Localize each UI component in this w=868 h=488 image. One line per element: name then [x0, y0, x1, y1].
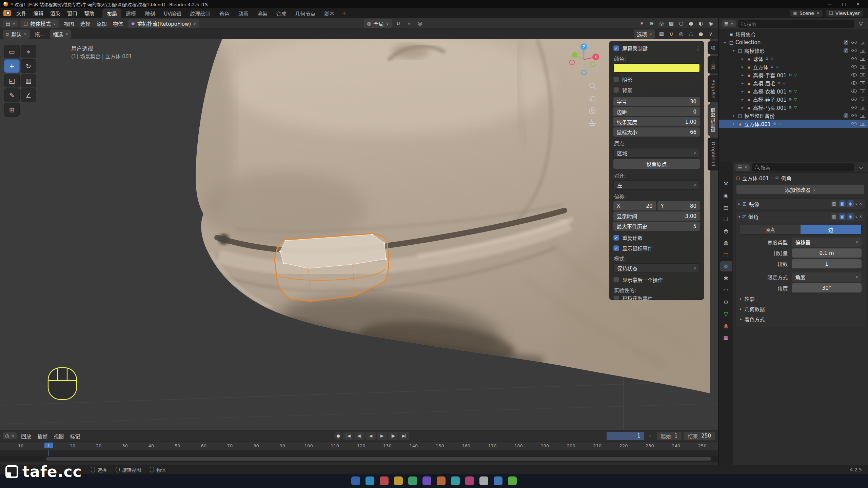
expand-icon[interactable]: ▸ — [740, 317, 742, 321]
shading-material-icon[interactable]: ◐ — [696, 19, 705, 27]
scrollbar-thumb[interactable] — [46, 457, 711, 461]
show-mouse-row[interactable]: 显示鼠标事件 — [613, 245, 700, 252]
outliner-row-1[interactable]: ▾□Collection — [719, 38, 868, 46]
disable-render-icon[interactable] — [860, 89, 865, 93]
taskbar-app-icon-7[interactable] — [451, 476, 460, 485]
properties-tab-material[interactable]: ◉ — [720, 321, 732, 331]
editor-type-selector[interactable]: ▤∨ — [3, 20, 18, 27]
close-button[interactable]: ✕ — [852, 1, 865, 7]
mirror-modifier-header[interactable]: ▸ ◫ 镜像 ▦▣◉∨✕ — [736, 199, 865, 209]
outliner-row-11[interactable]: ▸▲立方体.001⚙▽ — [719, 120, 868, 128]
disable-render-icon[interactable] — [860, 98, 865, 101]
auto-keying-button[interactable]: ● — [334, 432, 342, 440]
options-dropdown[interactable]: 选项∨ — [634, 29, 655, 39]
proportional-editing-icon[interactable]: ◎ — [416, 19, 425, 27]
bevel-subpanel-2[interactable]: ▸着色方式 — [739, 314, 862, 324]
viewport-menu-1[interactable]: 选择 — [77, 19, 94, 28]
hide-viewport-icon[interactable] — [851, 98, 857, 101]
jump-to-start-button[interactable]: |◀ — [343, 432, 353, 440]
scene-unlink-icon[interactable]: ✕ — [816, 11, 820, 15]
show-gizmo-icon[interactable]: ⊕ — [647, 19, 656, 27]
sidebar-tab-4[interactable]: Dropblend — [708, 138, 718, 170]
show-overlays-icon[interactable]: ◎ — [657, 19, 666, 27]
realtime-display-icon[interactable]: ▣ — [839, 213, 846, 220]
disable-render-icon[interactable] — [860, 122, 865, 126]
snap-settings-dropdown-icon[interactable]: ∨ — [405, 19, 414, 27]
transform-orientation-dropdown[interactable]: ◍全局∨ — [364, 19, 392, 28]
main-menu-2[interactable]: 渲染 — [47, 8, 64, 18]
workspace-tab-1[interactable]: 建模 — [121, 8, 140, 18]
timeline-menu-1[interactable]: 插帧 — [34, 431, 51, 441]
bevel-subpanel-1[interactable]: ▸几何数据 — [739, 304, 862, 313]
realtime-display-icon[interactable]: ▣ — [839, 200, 846, 207]
disclosure-icon[interactable]: ▸ — [739, 89, 746, 94]
disable-render-icon[interactable] — [860, 41, 865, 44]
measure-tool[interactable]: ∠ — [21, 88, 36, 102]
workspace-tab-4[interactable]: 纹理绘制 — [185, 8, 215, 18]
aggressive-row[interactable]: 积极获取事件 — [613, 295, 700, 300]
panel-drag-handle-icon[interactable]: ⣿ — [696, 46, 700, 51]
font-size-field[interactable]: 字号30 — [613, 97, 700, 106]
properties-tab-texture[interactable]: ▦ — [720, 332, 732, 343]
properties-editor-type[interactable]: ☰∨ — [735, 164, 750, 171]
disclosure-icon[interactable]: ▸ — [739, 81, 746, 85]
background-checkbox[interactable] — [613, 87, 619, 93]
rotate-tool[interactable]: ↻ — [21, 59, 36, 73]
outliner-row-2[interactable]: ▾□高模修形 — [719, 46, 868, 55]
color-swatch[interactable] — [613, 63, 700, 73]
sidebar-tab-1[interactable]: 工具 — [708, 56, 718, 74]
workspace-tab-5[interactable]: 着色 — [215, 8, 234, 18]
playhead[interactable] — [48, 450, 49, 456]
overlay-grid-icon[interactable]: ▦ — [657, 30, 666, 38]
disclosure-icon[interactable]: ▾ — [731, 48, 737, 53]
keying-icon[interactable]: ◦ — [646, 432, 655, 440]
minimize-button[interactable]: — — [823, 1, 836, 7]
move-tool[interactable]: + — [4, 59, 20, 73]
disable-render-icon[interactable] — [860, 49, 865, 53]
expand-icon[interactable]: ▸ — [740, 297, 742, 301]
viewport-menu-2[interactable]: 添加 — [94, 19, 110, 28]
properties-tab-object[interactable]: ▢ — [720, 249, 732, 260]
outliner-row-9[interactable]: ▸▲高模-马头.001⚙▽ — [719, 103, 868, 111]
show-object-types-icon[interactable]: ▾ — [637, 19, 646, 27]
proportional-edit-icon[interactable]: ◎ — [677, 30, 686, 38]
properties-tab-constraints[interactable]: ⊙ — [720, 297, 732, 307]
screencast-enable-checkbox[interactable] — [613, 45, 619, 51]
expand-icon[interactable]: ▸ — [738, 202, 741, 206]
taskbar-app-icon-6[interactable] — [437, 476, 446, 485]
hide-viewport-icon[interactable] — [851, 49, 857, 52]
origin-dropdown[interactable]: 区域∨ — [613, 148, 700, 158]
snap-magnet-icon[interactable]: ∪ — [394, 19, 403, 27]
show-mouse-checkbox[interactable] — [613, 245, 619, 251]
bevel-subpanel-0[interactable]: ▸轮廓 — [739, 294, 862, 303]
outliner-row-5[interactable]: ▸▲高模-手套.001⚙▽ — [719, 71, 868, 79]
breadcrumb-modifier[interactable]: 倒角 — [781, 175, 791, 182]
zoom-icon[interactable] — [587, 81, 598, 92]
taskbar-app-icon-8[interactable] — [465, 476, 474, 485]
taskbar-app-icon-4[interactable] — [408, 476, 417, 485]
expand-icon[interactable]: ▸ — [740, 307, 742, 311]
camera-view-icon[interactable] — [587, 105, 598, 116]
affect-edges-button[interactable]: 边 — [801, 225, 862, 234]
segments-slider[interactable]: 1 — [792, 259, 862, 268]
timeline-scrollbar[interactable] — [0, 456, 718, 462]
collection-checkbox[interactable] — [844, 48, 848, 53]
breadcrumb-object[interactable]: 立方体.001 — [742, 175, 769, 182]
taskbar-app-icon-3[interactable] — [394, 476, 403, 485]
hide-viewport-icon[interactable] — [851, 57, 857, 60]
taskbar-app-icon-11[interactable] — [508, 476, 517, 485]
pivot-point-icon[interactable]: ◌ — [687, 30, 695, 38]
properties-tab-tool[interactable]: ⚒ — [720, 178, 732, 188]
mode-selector[interactable]: ▢物体模式∨ — [20, 19, 59, 28]
disable-render-icon[interactable] — [860, 114, 865, 118]
current-frame-field[interactable]: 1 — [607, 432, 644, 440]
select-mode-dropdown[interactable]: 框选∨ — [50, 29, 71, 39]
disclosure-icon[interactable]: ▸ — [739, 73, 746, 77]
edit-mode-display-icon[interactable]: ▦ — [831, 213, 837, 220]
disclosure-icon[interactable]: ▸ — [739, 97, 746, 102]
snap-magnet-icon[interactable]: ∪ — [667, 30, 676, 38]
properties-tab-modifiers[interactable]: ⚙ — [720, 261, 732, 271]
hide-viewport-icon[interactable] — [851, 89, 857, 93]
mode-dropdown[interactable]: 保持状态∨ — [613, 263, 700, 273]
show-last-op-row[interactable]: 显示最后一个操作 — [613, 276, 700, 283]
